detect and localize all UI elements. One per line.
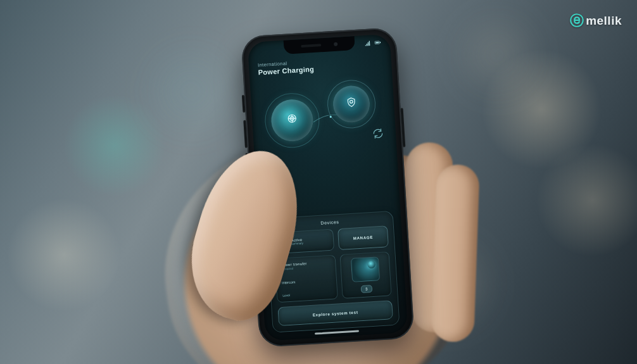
preview-thumbnail bbox=[351, 256, 380, 282]
status-time bbox=[256, 44, 257, 56]
speaker-grill bbox=[301, 44, 321, 47]
sync-icon[interactable] bbox=[371, 127, 384, 142]
info-foot-left: Level bbox=[282, 294, 290, 298]
display-notch bbox=[283, 36, 355, 54]
volume-up-button bbox=[243, 120, 248, 148]
svg-point-4 bbox=[288, 115, 296, 123]
front-camera bbox=[334, 42, 337, 46]
battery-icon bbox=[374, 37, 382, 49]
signal-icon bbox=[364, 37, 372, 49]
shield-icon bbox=[345, 96, 357, 111]
visualization-area bbox=[258, 75, 390, 166]
primary-cta-label: Explore system test bbox=[313, 310, 358, 317]
power-button bbox=[401, 108, 406, 147]
svg-rect-1 bbox=[375, 42, 379, 44]
secondary-node[interactable] bbox=[332, 85, 370, 123]
count-badge: 3 bbox=[361, 285, 373, 293]
svg-point-5 bbox=[290, 116, 294, 120]
swirl-icon: ⓔ bbox=[570, 11, 584, 30]
info-line2: Intercom bbox=[282, 277, 331, 284]
preview-card[interactable]: 3 bbox=[340, 251, 392, 299]
status-tile-sublabel: summary bbox=[291, 242, 303, 246]
svg-point-6 bbox=[350, 100, 353, 103]
manage-button-label: MANAGE bbox=[353, 235, 374, 241]
finger bbox=[431, 164, 480, 342]
watermark-text: mellik bbox=[586, 14, 622, 28]
primary-cta-button[interactable]: Explore system test bbox=[277, 300, 393, 326]
svg-rect-2 bbox=[380, 42, 381, 43]
radar-icon bbox=[286, 113, 298, 127]
brand-watermark: ⓔ mellik bbox=[570, 11, 622, 30]
primary-node[interactable] bbox=[270, 98, 314, 142]
home-indicator[interactable] bbox=[314, 330, 358, 334]
mute-switch bbox=[242, 95, 246, 113]
manage-button[interactable]: MANAGE bbox=[337, 225, 389, 250]
